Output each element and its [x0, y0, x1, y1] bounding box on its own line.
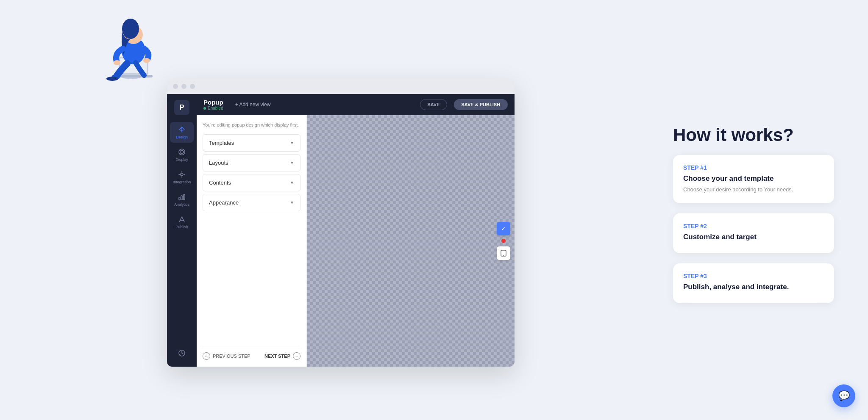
display-label: Display [175, 158, 188, 162]
step-3-card: STEP #3 Publish, analyse and integrate. [673, 263, 834, 303]
app-inner: P Design [167, 94, 515, 367]
svg-point-7 [114, 60, 120, 65]
panel-hint: You're editing popup design which displa… [203, 122, 300, 128]
sidebar-item-analytics[interactable]: Analytics [170, 189, 194, 210]
svg-point-6 [122, 19, 139, 39]
canvas-area: ✓ [307, 115, 515, 367]
app-screenshot-area: P Design [34, 0, 648, 420]
chevron-contents-icon: ▼ [290, 180, 294, 185]
display-icon [178, 148, 186, 156]
popup-title: Popup [203, 99, 223, 106]
add-view-button[interactable]: + Add new view [235, 102, 271, 108]
hiw-main-title: How it works? [673, 125, 834, 145]
browser-dot-green [190, 84, 195, 89]
illustration-figure [85, 8, 170, 85]
canvas-tool-check[interactable]: ✓ [497, 222, 510, 235]
step-3-title: Publish, analyse and integrate. [683, 283, 824, 291]
bottom-icon [178, 349, 186, 357]
accordion-templates-label: Templates [209, 140, 234, 146]
svg-rect-15 [181, 196, 182, 200]
left-panel: You're editing popup design which displa… [197, 115, 307, 367]
status-dot [203, 107, 206, 110]
publish-icon [178, 215, 186, 224]
browser-window: P Design [167, 79, 515, 367]
integration-label: Integration [173, 180, 191, 184]
chat-bubble-icon: 💬 [838, 390, 850, 401]
canvas-tool-mobile[interactable] [497, 246, 510, 260]
sidebar-item-design[interactable]: Design [170, 122, 194, 143]
sidebar-item-display[interactable]: Display [170, 144, 194, 165]
svg-rect-16 [184, 194, 185, 200]
chevron-templates-icon: ▼ [290, 141, 294, 145]
chevron-appearance-icon: ▼ [290, 200, 294, 205]
add-view-label: + Add new view [235, 102, 271, 108]
analytics-icon [178, 193, 186, 201]
svg-rect-14 [179, 197, 180, 200]
step-3-number: STEP #3 [683, 273, 824, 279]
sidebar-item-bottom[interactable] [170, 345, 194, 361]
publish-label: Publish [175, 225, 188, 229]
svg-point-10 [106, 77, 118, 81]
browser-titlebar [167, 79, 515, 94]
next-step-button[interactable]: NEXT STEP → [264, 352, 300, 360]
step-2-title: Customize and target [683, 233, 824, 241]
status-text: Enabled [208, 106, 223, 111]
accordion-layouts-label: Layouts [209, 160, 228, 166]
app-topbar: Popup Enabled + Add new view SAVE SAVE &… [197, 94, 515, 115]
svg-point-8 [143, 58, 150, 63]
accordion-contents-label: Contents [209, 180, 231, 186]
browser-dot-red [173, 84, 178, 89]
accordion-contents[interactable]: Contents ▼ [203, 174, 300, 191]
sidebar-item-integration[interactable]: Integration [170, 167, 194, 188]
accordion-layouts[interactable]: Layouts ▼ [203, 154, 300, 171]
accordion-appearance[interactable]: Appearance ▼ [203, 194, 300, 211]
chevron-layouts-icon: ▼ [290, 160, 294, 165]
app-main: You're editing popup design which displa… [197, 115, 515, 367]
step-2-card: STEP #2 Customize and target [673, 213, 834, 253]
save-button[interactable]: SAVE [420, 99, 447, 110]
prev-arrow-icon: ← [203, 352, 210, 360]
integration-icon [178, 170, 186, 179]
browser-dot-yellow [181, 84, 186, 89]
panel-footer: ← PREVIOUS STEP NEXT STEP → [203, 347, 300, 360]
sidebar-logo: P [174, 100, 189, 115]
sidebar-item-publish[interactable]: Publish [170, 212, 194, 232]
save-publish-button[interactable]: SAVE & PUBLISH [454, 99, 508, 110]
design-icon [178, 125, 186, 134]
svg-point-11 [180, 150, 184, 154]
prev-step-button[interactable]: ← PREVIOUS STEP [203, 352, 250, 360]
step-1-desc: Choose your desire according to Your nee… [683, 185, 824, 194]
app-content: Popup Enabled + Add new view SAVE SAVE &… [197, 94, 515, 367]
step-1-card: STEP #1 Choose your and template Choose … [673, 155, 834, 203]
svg-point-19 [503, 255, 504, 256]
how-it-works: How it works? STEP #1 Choose your and te… [673, 117, 834, 303]
next-arrow-icon: → [293, 352, 300, 360]
svg-point-13 [181, 173, 183, 176]
design-label: Design [176, 135, 188, 139]
chat-bubble-button[interactable]: 💬 [832, 384, 855, 407]
analytics-label: Analytics [174, 202, 189, 207]
page-wrapper: P Design [0, 0, 868, 420]
canvas-tool-dot [501, 239, 506, 243]
popup-title-area: Popup Enabled [203, 99, 223, 111]
popup-status: Enabled [203, 106, 223, 111]
step-2-number: STEP #2 [683, 223, 824, 229]
prev-step-label: PREVIOUS STEP [213, 354, 250, 359]
canvas-toolbar: ✓ [497, 222, 510, 260]
step-1-title: Choose your and template [683, 174, 824, 183]
accordion-appearance-label: Appearance [209, 199, 239, 206]
app-sidebar: P Design [167, 94, 197, 367]
step-1-number: STEP #1 [683, 164, 824, 171]
svg-point-12 [179, 149, 185, 155]
next-step-label: NEXT STEP [264, 354, 290, 359]
accordion-templates[interactable]: Templates ▼ [203, 134, 300, 152]
